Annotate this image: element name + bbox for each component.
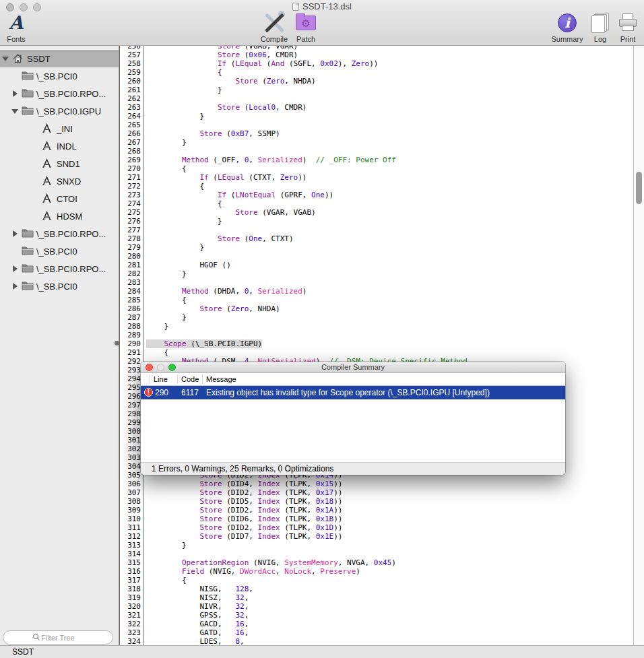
summary-zoom-button[interactable] [168, 364, 176, 371]
code-line[interactable]: 321 GPSS, 32, [119, 611, 633, 620]
code-line[interactable]: 288 } [119, 322, 633, 331]
sidebar-item-snd1[interactable]: SND1 [0, 155, 119, 172]
summary-label: Summary [548, 35, 586, 43]
sidebar-item-label: \_SB.PCI0.RPO... [36, 264, 106, 274]
code-line[interactable]: 322 GACD, 16, [119, 620, 633, 628]
code-line[interactable]: 309 Store (DID2, Index (TLPK, 0x1A)) [119, 506, 633, 515]
sidebar-item-ssdt[interactable]: SSDT [0, 50, 119, 67]
code-line[interactable]: 306 Store (DID4, Index (TLPK, 0x15)) [119, 480, 633, 488]
code-line[interactable]: 310 Store (DID6, Index (TLPK, 0x1B)) [119, 515, 633, 523]
summary-minimize-button[interactable] [157, 364, 164, 371]
code-line[interactable]: 278 Store (One, CTXT) [119, 234, 633, 243]
code-line[interactable]: 259 { [119, 68, 633, 77]
sidebar-item-snxd[interactable]: SNXD [0, 172, 119, 190]
sidebar-item-sbpci0[interactable]: \_SB.PCI0 [0, 242, 119, 260]
code-line[interactable]: 257 Store (0x06, CMDR) [119, 51, 633, 59]
code-line[interactable]: 280 [119, 252, 633, 261]
code-line[interactable]: 314 [119, 550, 633, 558]
filter-tree-input[interactable] [3, 630, 113, 645]
code-line[interactable]: 308 Store (DID5, Index (TLPK, 0x18)) [119, 497, 633, 506]
log-label: Log [589, 35, 612, 43]
code-line[interactable]: 266 Store (0xB7, SSMP) [119, 129, 633, 138]
code-line[interactable]: 284 Method (DHDA, 0, Serialized) [119, 287, 633, 296]
print-button[interactable]: Print [613, 12, 643, 44]
line-number: 272 [119, 182, 143, 191]
code-line[interactable]: 267 } [119, 138, 633, 147]
code-line[interactable]: 281 HGOF () [119, 261, 633, 269]
code-line[interactable]: 276 } [119, 217, 633, 226]
sidebar-item-sbpci0rpo[interactable]: \_SB.PCI0.RPO... [0, 85, 119, 102]
code-line[interactable]: 319 NISZ, 32, [119, 593, 633, 602]
code-line[interactable]: 291 { [119, 348, 633, 357]
code-line[interactable]: 265 [119, 121, 633, 129]
document-icon [292, 3, 299, 11]
sidebar-item-sbpci0igpu[interactable]: \_SB.PCI0.IGPU [0, 102, 119, 120]
sidebar-item-ctoi[interactable]: CTOI [0, 190, 119, 207]
code-line[interactable]: 289 [119, 331, 633, 339]
patch-button[interactable]: ⚙ Patch [292, 12, 319, 44]
code-line[interactable]: 277 [119, 226, 633, 234]
code-line[interactable]: 261 } [119, 86, 633, 94]
code-line[interactable]: 258 If (LEqual (And (SGFL, 0x02), Zero)) [119, 59, 633, 68]
code-line[interactable]: 270 { [119, 164, 633, 173]
code-line[interactable]: 273 If (LNotEqual (GPRF, One)) [119, 191, 633, 199]
sidebar-item-indl[interactable]: INDL [0, 137, 119, 155]
code-line[interactable]: 271 If (LEqual (CTXT, Zero)) [119, 173, 633, 182]
sidebar-item-hdsm[interactable]: HDSM [0, 207, 119, 225]
code-line[interactable]: 316 Field (NVIG, DWordAcc, NoLock, Prese… [119, 567, 633, 576]
vertical-scrollbar[interactable] [633, 46, 644, 645]
sidebar-item-sbpci0rpo[interactable]: \_SB.PCI0.RPO... [0, 225, 119, 242]
code-line[interactable]: 320 NIVR, 32, [119, 602, 633, 611]
log-button[interactable]: Log [589, 12, 612, 44]
disclosure-triangle[interactable] [11, 230, 19, 238]
code-line[interactable]: 263 Store (Local0, CMDR) [119, 103, 633, 112]
code-line[interactable]: 264 } [119, 112, 633, 121]
sidebar-item-sbpci0[interactable]: \_SB.PCI0 [0, 277, 119, 295]
code-line[interactable]: 286 Store (Zero, NHDA) [119, 304, 633, 313]
summary-close-button[interactable] [146, 364, 153, 371]
code-line[interactable]: 287 } [119, 313, 633, 322]
code-line[interactable]: 290 Scope (\_SB.PCI0.IGPU) [119, 339, 633, 348]
disclosure-triangle[interactable] [11, 107, 19, 115]
sidebar-item-label: CTOI [57, 194, 77, 204]
code-editor[interactable]: 256 Store (VGAB, VGAR)257 Store (0x06, C… [119, 46, 633, 645]
code-line[interactable]: 260 Store (Zero, NHDA) [119, 77, 633, 86]
code-line[interactable]: 323 GATD, 16, [119, 628, 633, 637]
code-line[interactable]: 311 Store (DID2, Index (TLPK, 0x1D)) [119, 523, 633, 532]
code-line[interactable]: 262 [119, 94, 633, 103]
disclosure-triangle[interactable] [11, 265, 19, 273]
column-header-line[interactable]: Line [154, 373, 168, 385]
code-line[interactable]: 313 } [119, 541, 633, 550]
code-line[interactable]: 283 [119, 278, 633, 287]
sidebar-item-sbpci0rpo[interactable]: \_SB.PCI0.RPO... [0, 260, 119, 277]
code-line[interactable]: 285 { [119, 296, 633, 304]
fonts-button[interactable]: A Fonts [1, 12, 31, 44]
code-line[interactable]: 315 OperationRegion (NVIG, SystemMemory,… [119, 558, 633, 567]
disclosure-triangle[interactable] [1, 55, 9, 63]
code-text: Store (Zero, NHDA) [143, 77, 316, 86]
compile-button[interactable]: Compile [255, 12, 293, 44]
code-line[interactable]: 318 NISG, 128, [119, 585, 633, 593]
sidebar-item-sbpci0[interactable]: \_SB.PCI0 [0, 67, 119, 85]
code-line[interactable]: 282 } [119, 269, 633, 278]
sidebar-item-ini[interactable]: _INI [0, 120, 119, 137]
summary-error-row[interactable]: ! 290 6117 Existing object has invalid t… [141, 386, 565, 399]
code-line[interactable]: 268 [119, 147, 633, 156]
column-header-code[interactable]: Code [181, 373, 199, 385]
summary-button[interactable]: i Summary [548, 12, 586, 44]
code-line[interactable]: 269 Method (_OFF, 0, Serialized) // _OFF… [119, 156, 633, 164]
disclosure-triangle[interactable] [11, 282, 19, 290]
compiler-summary-titlebar[interactable]: Compiler Summary [141, 362, 565, 373]
code-line[interactable]: 272 { [119, 182, 633, 191]
scrollbar-thumb[interactable] [636, 172, 642, 204]
code-line[interactable]: 279 } [119, 243, 633, 252]
code-line[interactable]: 312 Store (DID7, Index (TLPK, 0x1E)) [119, 532, 633, 541]
code-line[interactable]: 317 { [119, 576, 633, 585]
code-line[interactable]: 307 Store (DID2, Index (TLPK, 0x17)) [119, 488, 633, 497]
code-line[interactable]: 275 Store (VGAR, VGAB) [119, 208, 633, 217]
code-line[interactable]: 256 Store (VGAB, VGAR) [119, 46, 633, 51]
code-line[interactable]: 274 { [119, 199, 633, 208]
code-line[interactable]: 324 LDES, 8, [119, 637, 633, 645]
disclosure-triangle[interactable] [11, 90, 19, 98]
column-header-message[interactable]: Message [206, 373, 236, 385]
